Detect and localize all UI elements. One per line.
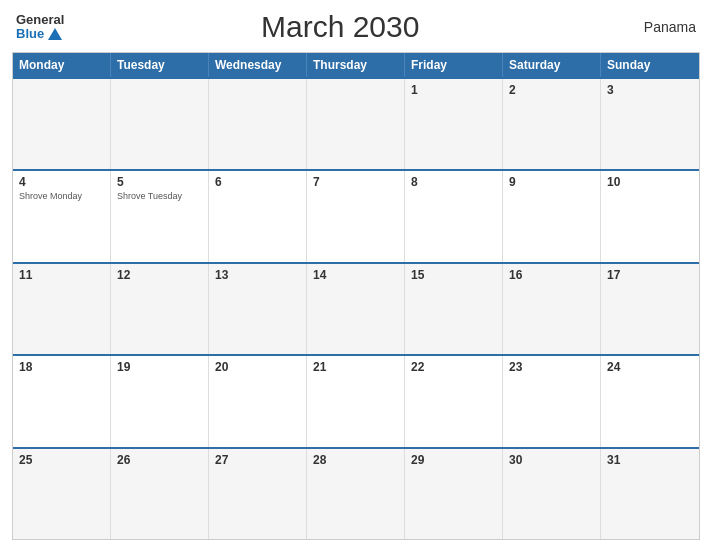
day-header-wednesday: Wednesday [209,53,307,77]
day-cell: 22 [405,356,503,446]
day-cell: 27 [209,449,307,539]
logo: General Blue [16,13,64,42]
week-row-1: 123 [13,77,699,169]
day-cell: 12 [111,264,209,354]
day-number: 17 [607,268,693,282]
day-event: Shrove Tuesday [117,191,202,202]
day-number: 24 [607,360,693,374]
day-number: 8 [411,175,496,189]
day-cell [13,79,111,169]
day-number: 1 [411,83,496,97]
day-number: 4 [19,175,104,189]
day-cell: 13 [209,264,307,354]
logo-blue-text: Blue [16,27,62,41]
day-number: 22 [411,360,496,374]
day-cell: 6 [209,171,307,261]
day-number: 30 [509,453,594,467]
day-cell: 16 [503,264,601,354]
day-number: 9 [509,175,594,189]
day-number: 29 [411,453,496,467]
day-cell: 11 [13,264,111,354]
day-header-monday: Monday [13,53,111,77]
day-cell: 15 [405,264,503,354]
calendar: MondayTuesdayWednesdayThursdayFridaySatu… [12,52,700,540]
day-number: 31 [607,453,693,467]
week-row-5: 25262728293031 [13,447,699,539]
day-number: 28 [313,453,398,467]
day-number: 14 [313,268,398,282]
day-header-thursday: Thursday [307,53,405,77]
day-number: 10 [607,175,693,189]
day-cell: 24 [601,356,699,446]
day-number: 7 [313,175,398,189]
country-label: Panama [616,19,696,35]
day-cell: 10 [601,171,699,261]
day-cell: 7 [307,171,405,261]
day-number: 5 [117,175,202,189]
day-cell: 8 [405,171,503,261]
day-number: 23 [509,360,594,374]
day-cell: 2 [503,79,601,169]
day-event: Shrove Monday [19,191,104,202]
day-header-sunday: Sunday [601,53,699,77]
day-cell: 19 [111,356,209,446]
day-number: 6 [215,175,300,189]
day-cell [209,79,307,169]
day-cell: 28 [307,449,405,539]
day-cell [307,79,405,169]
day-number: 18 [19,360,104,374]
day-cell: 17 [601,264,699,354]
day-cell: 25 [13,449,111,539]
day-number: 26 [117,453,202,467]
day-number: 2 [509,83,594,97]
day-cell: 3 [601,79,699,169]
day-number: 11 [19,268,104,282]
week-row-4: 18192021222324 [13,354,699,446]
day-headers-row: MondayTuesdayWednesdayThursdayFridaySatu… [13,53,699,77]
day-number: 27 [215,453,300,467]
day-header-friday: Friday [405,53,503,77]
day-number: 15 [411,268,496,282]
day-header-tuesday: Tuesday [111,53,209,77]
day-cell: 29 [405,449,503,539]
day-cell [111,79,209,169]
logo-triangle-icon [48,28,62,40]
day-number: 20 [215,360,300,374]
day-cell: 31 [601,449,699,539]
day-cell: 1 [405,79,503,169]
week-row-2: 4Shrove Monday5Shrove Tuesday678910 [13,169,699,261]
day-cell: 26 [111,449,209,539]
day-cell: 4Shrove Monday [13,171,111,261]
logo-general-text: General [16,13,64,27]
day-cell: 20 [209,356,307,446]
day-number: 25 [19,453,104,467]
day-cell: 18 [13,356,111,446]
day-number: 3 [607,83,693,97]
page: General Blue March 2030 Panama MondayTue… [0,0,712,550]
day-cell: 21 [307,356,405,446]
day-cell: 14 [307,264,405,354]
day-number: 16 [509,268,594,282]
header: General Blue March 2030 Panama [12,10,700,44]
day-cell: 5Shrove Tuesday [111,171,209,261]
calendar-title: March 2030 [64,10,616,44]
day-cell: 23 [503,356,601,446]
weeks-container: 1234Shrove Monday5Shrove Tuesday67891011… [13,77,699,539]
day-number: 19 [117,360,202,374]
day-number: 13 [215,268,300,282]
day-number: 21 [313,360,398,374]
day-cell: 9 [503,171,601,261]
day-header-saturday: Saturday [503,53,601,77]
day-number: 12 [117,268,202,282]
day-cell: 30 [503,449,601,539]
week-row-3: 11121314151617 [13,262,699,354]
